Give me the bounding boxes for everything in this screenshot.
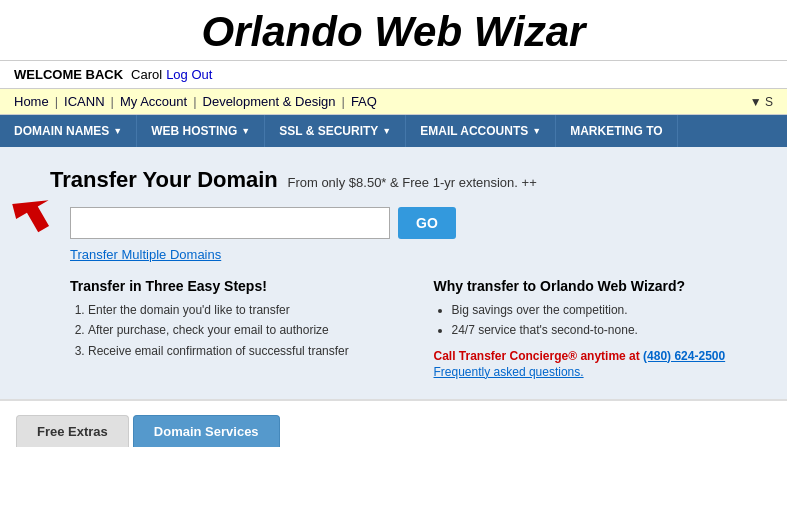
- main-nav-ssl[interactable]: SSL & SECURITY ▼: [265, 115, 406, 147]
- why-bullet-2: 24/7 service that's second-to-none.: [452, 320, 768, 340]
- nav-sep-2: |: [111, 94, 114, 109]
- steps-heading: Transfer in Three Easy Steps!: [70, 278, 404, 294]
- main-nav: DOMAIN NAMES ▼ WEB HOSTING ▼ SSL & SECUR…: [0, 115, 787, 147]
- transfer-title: Transfer Your Domain: [50, 167, 278, 192]
- transfer-multiple-container: Transfer Multiple Domains: [70, 247, 767, 262]
- call-label: Call Transfer Concierge: [434, 349, 569, 363]
- nav-sep-4: |: [341, 94, 344, 109]
- nav-home[interactable]: Home: [14, 94, 49, 109]
- nav-faq[interactable]: FAQ: [351, 94, 377, 109]
- transfer-multiple-link[interactable]: Transfer Multiple Domains: [70, 247, 221, 262]
- ssl-dropdown-icon: ▼: [382, 126, 391, 136]
- main-nav-domains[interactable]: DOMAIN NAMES ▼: [0, 115, 137, 147]
- hosting-dropdown-icon: ▼: [241, 126, 250, 136]
- nav-search: ▼ S: [750, 95, 773, 109]
- nav-sep-3: |: [193, 94, 196, 109]
- why-column: Why transfer to Orlando Web Wizard? Big …: [434, 278, 768, 379]
- nav-my-account[interactable]: My Account: [120, 94, 187, 109]
- welcome-user: Carol: [131, 67, 162, 82]
- main-nav-hosting-label: WEB HOSTING: [151, 124, 237, 138]
- tab-free-extras[interactable]: Free Extras: [16, 415, 129, 447]
- call-middle: anytime at: [577, 349, 643, 363]
- transfer-subtext: From only $8.50* & Free 1-yr extension. …: [287, 175, 536, 190]
- step-2: After purchase, check your email to auth…: [88, 320, 404, 340]
- call-transfer: Call Transfer Concierge® anytime at (480…: [434, 349, 768, 363]
- main-nav-domains-label: DOMAIN NAMES: [14, 124, 109, 138]
- call-registered: ®: [568, 349, 577, 363]
- welcome-bar: WELCOME BACK Carol Log Out: [0, 61, 787, 88]
- main-nav-marketing[interactable]: MARKETING TO: [556, 115, 677, 147]
- email-dropdown-icon: ▼: [532, 126, 541, 136]
- info-columns: Transfer in Three Easy Steps! Enter the …: [70, 278, 767, 379]
- tab-domain-services-label: Domain Services: [154, 424, 259, 439]
- main-nav-hosting[interactable]: WEB HOSTING ▼: [137, 115, 265, 147]
- why-list: Big savings over the competition. 24/7 s…: [434, 300, 768, 341]
- main-nav-email-label: EMAIL ACCOUNTS: [420, 124, 528, 138]
- step-3: Receive email confirmation of successful…: [88, 341, 404, 361]
- tab-free-extras-label: Free Extras: [37, 424, 108, 439]
- nav-sep-1: |: [55, 94, 58, 109]
- main-nav-ssl-label: SSL & SECURITY: [279, 124, 378, 138]
- step-1: Enter the domain you'd like to transfer: [88, 300, 404, 320]
- why-heading: Why transfer to Orlando Web Wizard?: [434, 278, 768, 294]
- nav-search-label: ▼ S: [750, 95, 773, 109]
- main-nav-email[interactable]: EMAIL ACCOUNTS ▼: [406, 115, 556, 147]
- phone-link[interactable]: (480) 624-2500: [643, 349, 725, 363]
- welcome-label: WELCOME BACK: [14, 67, 123, 82]
- steps-column: Transfer in Three Easy Steps! Enter the …: [70, 278, 404, 379]
- nav-dev-design[interactable]: Development & Design: [203, 94, 336, 109]
- svg-marker-0: [10, 187, 60, 235]
- transfer-heading: Transfer Your Domain From only $8.50* & …: [50, 167, 767, 193]
- tab-domain-services[interactable]: Domain Services: [133, 415, 280, 447]
- faq-link[interactable]: Frequently asked questions.: [434, 365, 768, 379]
- go-button[interactable]: GO: [398, 207, 456, 239]
- bottom-tabs-area: Free Extras Domain Services: [0, 399, 787, 447]
- domain-input[interactable]: [70, 207, 390, 239]
- content-area: Transfer Your Domain From only $8.50* & …: [0, 147, 787, 399]
- main-nav-marketing-label: MARKETING TO: [570, 124, 662, 138]
- nav-icann[interactable]: ICANN: [64, 94, 104, 109]
- site-header: Orlando Web Wizar: [0, 0, 787, 61]
- site-title: Orlando Web Wizar: [0, 8, 787, 56]
- nav-bar: Home | ICANN | My Account | Development …: [0, 88, 787, 115]
- steps-list: Enter the domain you'd like to transfer …: [70, 300, 404, 361]
- search-row: GO: [70, 207, 767, 239]
- domains-dropdown-icon: ▼: [113, 126, 122, 136]
- why-bullet-1: Big savings over the competition.: [452, 300, 768, 320]
- logout-link[interactable]: Log Out: [166, 67, 212, 82]
